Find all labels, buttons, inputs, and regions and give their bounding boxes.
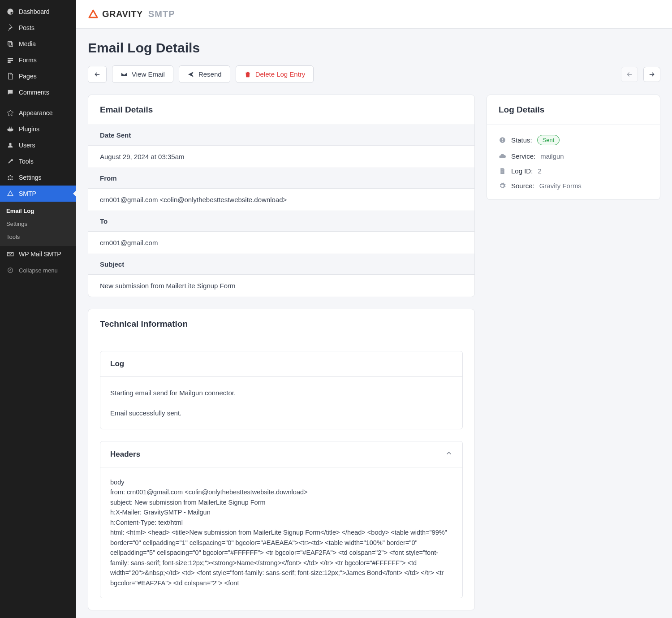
sidebar-item-label: WP Mail SMTP — [19, 251, 61, 258]
log-line: Email successfully sent. — [110, 407, 452, 419]
log-details-card: Log Details Status: Sent Service: mailgu… — [487, 95, 660, 200]
status-icon — [499, 136, 506, 144]
svg-point-0 — [8, 268, 13, 273]
date-sent-value: August 29, 2024 at 03:35am — [88, 146, 474, 168]
email-details-card: Email Details Date Sent August 29, 2024 … — [88, 95, 475, 297]
sidebar-item-label: Comments — [19, 89, 49, 96]
delete-log-entry-button[interactable]: Delete Log Entry — [236, 65, 314, 83]
log-details-title: Log Details — [487, 95, 660, 125]
forms-icon — [6, 56, 14, 64]
mail-icon — [6, 250, 14, 258]
headers-body: body from: crn001@gmail.com <colin@onlyt… — [100, 467, 462, 598]
smtp-icon — [6, 190, 14, 198]
pin-icon — [6, 24, 14, 32]
collapse-icon — [6, 266, 14, 274]
log-lines: Starting email send for Mailgun connecto… — [100, 377, 462, 429]
trash-icon — [244, 71, 251, 78]
log-line: Starting email send for Mailgun connecto… — [110, 387, 452, 399]
technical-info-title: Technical Information — [88, 309, 474, 339]
sidebar-sub-settings[interactable]: Settings — [0, 217, 76, 230]
status-label: Status: — [511, 136, 532, 144]
sidebar-sub-tools[interactable]: Tools — [0, 230, 76, 243]
next-log-button[interactable] — [643, 67, 660, 82]
prev-log-button[interactable] — [621, 67, 638, 82]
media-icon — [6, 40, 14, 48]
tools-icon — [6, 157, 14, 165]
users-icon — [6, 141, 14, 149]
sidebar-collapse-menu[interactable]: Collapse menu — [0, 262, 76, 278]
sidebar-submenu-smtp: Email Log Settings Tools — [0, 202, 76, 246]
sidebar-item-forms[interactable]: Forms — [0, 52, 76, 68]
sidebar-item-label: Users — [19, 142, 35, 149]
gear-icon — [499, 182, 506, 190]
sidebar-item-label: SMTP — [19, 190, 36, 197]
headers-section-title: Headers — [110, 450, 140, 459]
sidebar-sub-email-log[interactable]: Email Log — [0, 204, 76, 217]
service-value: mailgun — [540, 152, 564, 160]
sidebar-item-wp-mail-smtp[interactable]: WP Mail SMTP — [0, 246, 76, 262]
envelope-icon — [121, 71, 128, 78]
resend-button[interactable]: Resend — [179, 65, 230, 83]
chevron-up-icon[interactable] — [445, 449, 452, 459]
to-label: To — [88, 211, 474, 232]
logid-row: Log ID: 2 — [499, 167, 648, 175]
sidebar-item-label: Posts — [19, 24, 34, 31]
gravity-logo-icon — [88, 9, 99, 20]
view-email-button[interactable]: View Email — [112, 65, 173, 83]
dashboard-icon — [6, 8, 14, 16]
sidebar-item-label: Tools — [19, 158, 34, 165]
admin-sidebar: Dashboard Posts Media Forms Pages Commen… — [0, 0, 76, 618]
source-label: Source: — [511, 182, 534, 190]
log-section: Log Starting email send for Mailgun conn… — [100, 351, 463, 429]
sidebar-item-smtp[interactable]: SMTP — [0, 186, 76, 202]
svg-rect-2 — [502, 138, 503, 140]
brand-text: GRAVITY — [102, 9, 143, 19]
subject-value: New submission from MailerLite Signup Fo… — [88, 275, 474, 297]
headers-section: Headers body from: crn001@gmail.com <col… — [100, 441, 463, 598]
sidebar-item-appearance[interactable]: Appearance — [0, 105, 76, 121]
sidebar-item-label: Settings — [19, 174, 42, 181]
to-value: crn001@gmail.com — [88, 232, 474, 254]
sidebar-item-tools[interactable]: Tools — [0, 153, 76, 169]
sidebar-item-pages[interactable]: Pages — [0, 68, 76, 84]
sidebar-item-label: Collapse menu — [19, 267, 58, 274]
back-button[interactable] — [88, 66, 107, 83]
sidebar-item-posts[interactable]: Posts — [0, 20, 76, 36]
from-value: crn001@gmail.com <colin@onlythebesttestw… — [88, 189, 474, 211]
settings-icon — [6, 173, 14, 182]
page-title: Email Log Details — [88, 40, 660, 56]
sidebar-item-label: Dashboard — [19, 8, 50, 15]
status-badge: Sent — [537, 135, 560, 145]
comments-icon — [6, 88, 14, 96]
subject-label: Subject — [88, 254, 474, 275]
plugins-icon — [6, 125, 14, 133]
sidebar-item-comments[interactable]: Comments — [0, 84, 76, 100]
sidebar-item-media[interactable]: Media — [0, 36, 76, 52]
sidebar-item-settings[interactable]: Settings — [0, 169, 76, 186]
status-row: Status: Sent — [499, 135, 648, 145]
source-row: Source: Gravity Forms — [499, 182, 648, 190]
sidebar-item-label: Media — [19, 40, 36, 48]
sidebar-item-label: Forms — [19, 56, 37, 64]
appearance-icon — [6, 109, 14, 117]
arrow-right-icon — [648, 71, 655, 78]
svg-rect-3 — [502, 141, 503, 142]
cloud-icon — [499, 152, 506, 160]
brand-sub-text: SMTP — [148, 9, 175, 19]
action-toolbar: View Email Resend Delete Log Entry — [88, 65, 660, 83]
source-value: Gravity Forms — [539, 182, 582, 190]
logid-value: 2 — [538, 167, 541, 175]
sidebar-item-plugins[interactable]: Plugins — [0, 121, 76, 137]
top-bar: GRAVITY SMTP — [76, 0, 672, 29]
logid-label: Log ID: — [511, 167, 533, 175]
sidebar-item-label: Appearance — [19, 109, 53, 117]
arrow-left-icon — [626, 71, 633, 78]
technical-info-card: Technical Information Log Starting email… — [88, 309, 475, 610]
email-details-title: Email Details — [88, 95, 474, 125]
log-section-title: Log — [110, 359, 124, 368]
sidebar-item-dashboard[interactable]: Dashboard — [0, 4, 76, 20]
brand-logo: GRAVITY SMTP — [88, 9, 175, 20]
sidebar-item-users[interactable]: Users — [0, 137, 76, 153]
sidebar-item-label: Pages — [19, 73, 37, 80]
date-sent-label: Date Sent — [88, 125, 474, 146]
